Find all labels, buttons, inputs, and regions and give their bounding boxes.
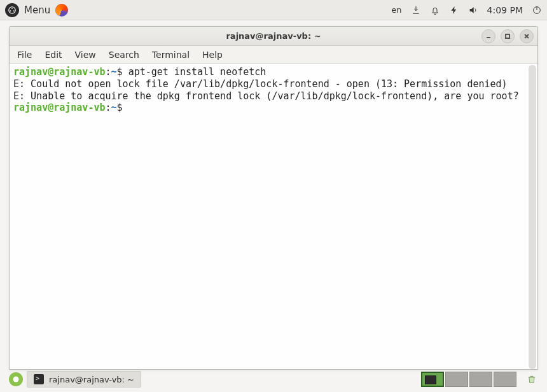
taskbar-item-terminal[interactable]: rajnav@rajnav-vb: ~ bbox=[27, 371, 141, 388]
terminal-menubar: File Edit View Search Terminal Help bbox=[10, 46, 537, 64]
prompt-user: rajnav@rajnav-vb bbox=[13, 66, 106, 78]
scrollbar[interactable] bbox=[529, 65, 536, 369]
menu-help[interactable]: Help bbox=[202, 50, 223, 60]
prompt-path: ~ bbox=[111, 66, 117, 78]
command-text: apt-get install neofetch bbox=[128, 66, 267, 78]
window-controls bbox=[481, 29, 534, 43]
bottom-taskbar: rajnav@rajnav-vb: ~ bbox=[9, 370, 538, 388]
keyboard-icon[interactable] bbox=[411, 5, 421, 15]
menu-terminal[interactable]: Terminal bbox=[152, 50, 190, 60]
menu-search[interactable]: Search bbox=[109, 50, 139, 60]
menu-file[interactable]: File bbox=[17, 50, 32, 60]
workspace-1[interactable] bbox=[421, 372, 444, 387]
menu-edit[interactable]: Edit bbox=[45, 50, 62, 60]
terminal-icon bbox=[34, 374, 44, 384]
panel-right-group: en 4:09 PM bbox=[391, 5, 542, 15]
svg-point-9 bbox=[13, 377, 19, 382]
menu-label[interactable]: Menu bbox=[24, 4, 50, 16]
clock[interactable]: 4:09 PM bbox=[487, 5, 523, 15]
keyboard-lang[interactable]: en bbox=[391, 5, 401, 15]
window-titlebar[interactable]: rajnav@rajnav-vb: ~ bbox=[10, 27, 537, 46]
notifications-icon[interactable] bbox=[430, 5, 440, 15]
terminal-window: rajnav@rajnav-vb: ~ File Edit View Searc… bbox=[9, 26, 538, 370]
power-icon[interactable] bbox=[532, 5, 542, 15]
maximize-button[interactable] bbox=[501, 29, 515, 43]
minimize-button[interactable] bbox=[481, 29, 495, 43]
taskbar-item-label: rajnav@rajnav-vb: ~ bbox=[49, 375, 134, 384]
firefox-icon[interactable] bbox=[55, 4, 68, 17]
bolt-icon[interactable] bbox=[449, 5, 459, 15]
prompt-user: rajnav@rajnav-vb bbox=[13, 102, 106, 113]
volume-icon[interactable] bbox=[468, 5, 478, 15]
workspace-4[interactable] bbox=[494, 372, 516, 387]
panel-left-group: Menu bbox=[5, 3, 68, 17]
trash-icon[interactable] bbox=[525, 372, 538, 386]
svg-point-1 bbox=[11, 8, 13, 9]
window-title: rajnav@rajnav-vb: ~ bbox=[226, 31, 321, 41]
output-line-1: E: Could not open lock file /var/lib/dpk… bbox=[13, 78, 508, 90]
system-top-panel: Menu en 4:09 PM bbox=[0, 0, 547, 20]
svg-point-3 bbox=[13, 10, 15, 11]
workspace-3[interactable] bbox=[469, 372, 492, 387]
main-menu-icon[interactable] bbox=[5, 3, 19, 17]
terminal-body[interactable]: rajnav@rajnav-vb:~$ apt-get install neof… bbox=[10, 64, 537, 369]
close-button[interactable] bbox=[520, 29, 534, 43]
output-line-2: E: Unable to acquire the dpkg frontend l… bbox=[13, 90, 519, 102]
svg-rect-6 bbox=[506, 34, 509, 38]
menu-view[interactable]: View bbox=[75, 50, 96, 60]
show-desktop-icon[interactable] bbox=[9, 372, 23, 386]
workspace-2[interactable] bbox=[445, 372, 468, 387]
prompt-path: ~ bbox=[111, 102, 117, 113]
svg-point-2 bbox=[10, 10, 11, 11]
workspace-switcher bbox=[421, 372, 516, 387]
